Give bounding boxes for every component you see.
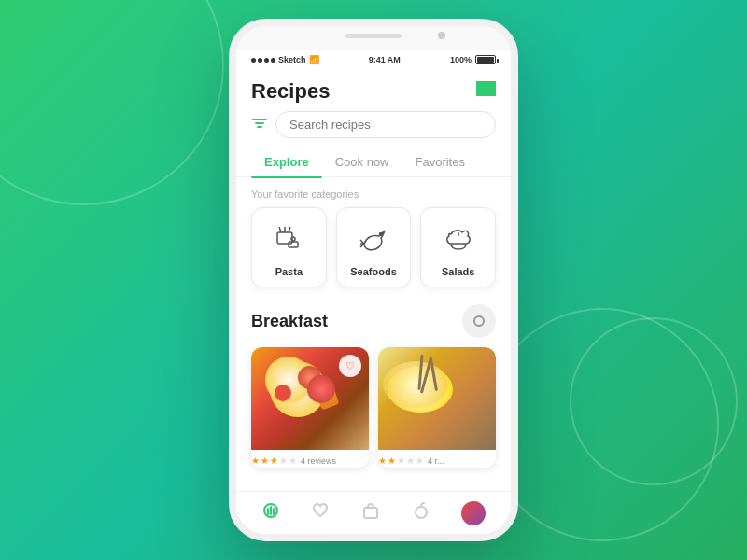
- section-toggle[interactable]: [462, 304, 496, 338]
- recipe-card-2[interactable]: ★ ★ ★ ★ ★ 4 r...: [378, 347, 496, 468]
- review-count-2: 4 r...: [428, 456, 444, 466]
- bg-decoration-1: [0, 0, 224, 205]
- tab-favorites[interactable]: Favorites: [402, 147, 478, 176]
- wifi-icon: 📶: [309, 55, 319, 64]
- svg-rect-1: [481, 82, 482, 95]
- bag-icon: [361, 501, 380, 525]
- battery-fill: [477, 57, 494, 63]
- status-right: 100%: [450, 55, 496, 64]
- star-4: ★: [279, 455, 288, 466]
- svg-rect-3: [487, 82, 488, 95]
- page-title: Recipes: [251, 79, 330, 104]
- svg-rect-2: [484, 82, 486, 95]
- svg-line-12: [289, 227, 290, 232]
- star-3: ★: [270, 455, 278, 466]
- battery-label: 100%: [450, 55, 472, 64]
- recipe-card-1[interactable]: ♡ ★ ★ ★ ★ ★ 4 reviews: [251, 347, 369, 468]
- recipe-meta-1: ★ ★ ★ ★ ★ 4 reviews: [251, 450, 369, 468]
- svg-point-17: [474, 316, 484, 326]
- nav-item-bag[interactable]: [354, 497, 388, 528]
- signal-dots: [251, 58, 275, 63]
- recipe-meta-2: ★ ★ ★ ★ ★ 4 r...: [378, 450, 496, 468]
- phone-frame: Sketch 📶 9:41 AM 100% Recipes: [229, 19, 518, 541]
- app-content: Recipes: [236, 69, 511, 534]
- bg-decoration-3: [570, 317, 738, 485]
- category-seafoods[interactable]: Seafoods: [336, 207, 412, 287]
- status-bar: Sketch 📶 9:41 AM 100%: [236, 50, 511, 69]
- recipe-cards-list: ♡ ★ ★ ★ ★ ★ 4 reviews: [236, 347, 511, 477]
- heart-icon: [311, 501, 330, 525]
- tab-explore[interactable]: Explore: [251, 147, 322, 176]
- star-4: ★: [406, 455, 415, 466]
- tab-bar: Explore Cook now Favorites: [236, 147, 511, 177]
- categories-label: Your favorite categories: [236, 177, 511, 207]
- svg-rect-22: [364, 508, 377, 518]
- salad-icon: [440, 221, 477, 259]
- battery-icon: [475, 55, 496, 64]
- recipe-image-2: [378, 347, 496, 450]
- pasta-icon: [270, 221, 307, 259]
- app-header: Recipes: [236, 69, 511, 111]
- seafood-icon: [355, 221, 392, 259]
- svg-point-15: [380, 233, 383, 236]
- salads-label: Salads: [442, 266, 474, 277]
- barcode-icon[interactable]: [475, 78, 496, 104]
- phone-camera: [438, 32, 445, 39]
- svg-rect-13: [289, 242, 298, 247]
- star-1: ★: [378, 455, 387, 466]
- time-display: 9:41 AM: [369, 55, 401, 64]
- filter-icon[interactable]: [251, 115, 268, 135]
- bottom-nav: [236, 491, 511, 534]
- categories-list: Pasta Seafoods: [236, 207, 511, 301]
- star-5: ★: [416, 455, 424, 466]
- pasta-label: Pasta: [275, 266, 303, 277]
- utensils-icon: [261, 501, 280, 525]
- nav-item-profile[interactable]: [454, 497, 493, 529]
- carrier-label: Sketch: [278, 55, 306, 64]
- search-input[interactable]: [289, 118, 482, 132]
- status-left: Sketch 📶: [251, 55, 319, 64]
- star-2: ★: [388, 455, 396, 466]
- category-salads[interactable]: Salads: [420, 207, 496, 287]
- phone-speaker: [345, 34, 402, 38]
- heart-button-1[interactable]: ♡: [339, 355, 361, 377]
- svg-line-10: [279, 227, 281, 232]
- search-container: [236, 111, 511, 147]
- search-input-wrapper[interactable]: [275, 111, 496, 138]
- review-count-1: 4 reviews: [301, 456, 336, 466]
- phone-notch: [236, 26, 511, 50]
- nav-item-nutrition[interactable]: [404, 497, 438, 528]
- avatar-icon: [461, 501, 486, 525]
- nav-item-home[interactable]: [254, 497, 288, 528]
- apple-icon: [412, 501, 430, 525]
- svg-point-14: [291, 237, 295, 241]
- breakfast-title: Breakfast: [251, 312, 328, 331]
- breakfast-section-header: Breakfast: [236, 301, 511, 347]
- svg-rect-0: [477, 82, 479, 95]
- bg-decoration-2: [486, 308, 719, 541]
- seafoods-label: Seafoods: [350, 266, 397, 277]
- svg-rect-5: [494, 82, 495, 95]
- nav-item-favorites[interactable]: [303, 497, 337, 528]
- svg-rect-4: [490, 82, 492, 95]
- category-pasta[interactable]: Pasta: [251, 207, 327, 287]
- stars-1: ★ ★ ★ ★ ★: [251, 455, 297, 466]
- star-5: ★: [289, 455, 297, 466]
- star-2: ★: [261, 455, 269, 466]
- star-1: ★: [251, 455, 260, 466]
- star-3: ★: [397, 455, 405, 466]
- stars-2: ★ ★ ★ ★ ★: [378, 455, 424, 466]
- tab-cook-now[interactable]: Cook now: [322, 147, 402, 176]
- scroll-content[interactable]: Your favorite categories: [236, 177, 511, 491]
